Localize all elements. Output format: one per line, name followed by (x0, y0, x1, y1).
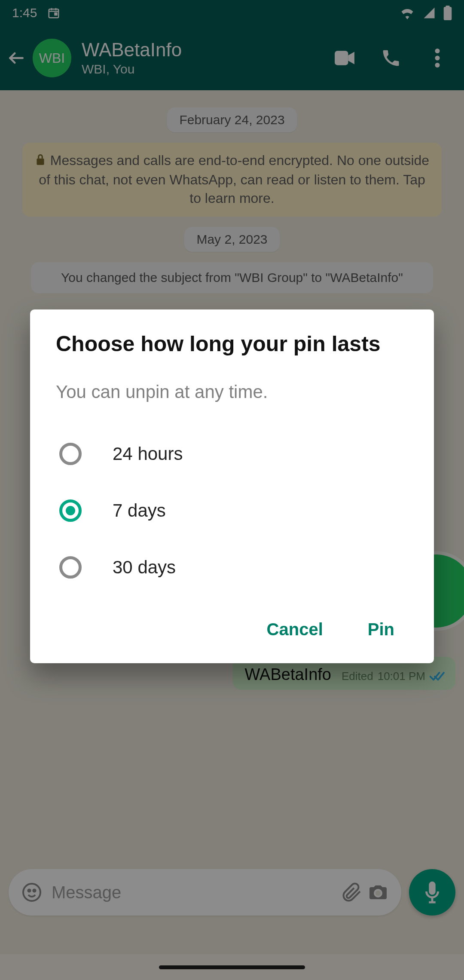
option-label: 24 hours (113, 444, 183, 464)
radio-icon (59, 443, 82, 465)
pin-button[interactable]: Pin (363, 611, 400, 648)
dialog-subtitle: You can unpin at any time. (56, 382, 408, 402)
option-7-days[interactable]: 7 days (56, 482, 408, 539)
pin-duration-options: 24 hours 7 days 30 days (56, 426, 408, 596)
pin-duration-dialog: Choose how long your pin lasts You can u… (30, 309, 434, 663)
option-label: 30 days (113, 557, 176, 578)
option-label: 7 days (113, 500, 166, 521)
option-24-hours[interactable]: 24 hours (56, 426, 408, 482)
radio-icon (59, 556, 82, 579)
dialog-title: Choose how long your pin lasts (56, 332, 408, 357)
cancel-button[interactable]: Cancel (262, 611, 328, 648)
option-30-days[interactable]: 30 days (56, 539, 408, 596)
screen: 1:45 (0, 0, 464, 980)
radio-icon (59, 499, 82, 522)
